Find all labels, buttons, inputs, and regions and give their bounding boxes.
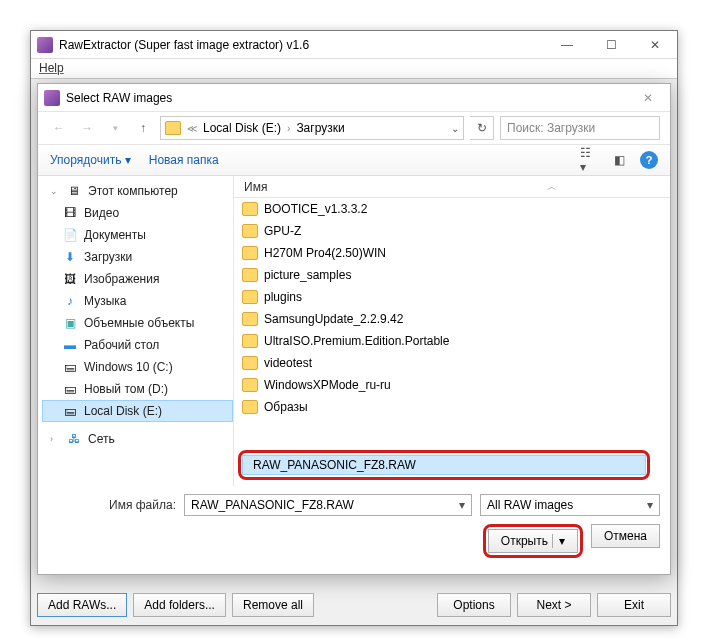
next-button[interactable]: Next > xyxy=(517,593,591,617)
organize-button[interactable]: Упорядочить ▾ xyxy=(50,153,131,167)
file-row[interactable]: SamsungUpdate_2.2.9.42 xyxy=(234,308,670,330)
dialog-close-button[interactable]: ✕ xyxy=(626,84,670,112)
filename-input[interactable]: RAW_PANASONIC_FZ8.RAW xyxy=(184,494,472,516)
expand-icon[interactable]: ⌄ xyxy=(50,186,60,196)
file-row[interactable]: UltraISO.Premium.Edition.Portable xyxy=(234,330,670,352)
open-button[interactable]: Открыть▾ xyxy=(488,529,578,553)
app-icon xyxy=(37,37,53,53)
sidebar-item-pictures[interactable]: 🖼Изображения xyxy=(42,268,233,290)
dialog-titlebar: Select RAW images ✕ xyxy=(38,84,670,112)
video-icon: 🎞 xyxy=(62,206,78,220)
window-title: RawExtractor (Super fast image extractor… xyxy=(59,38,309,52)
nav-history-button[interactable]: ▾ xyxy=(104,117,126,139)
main-titlebar: RawExtractor (Super fast image extractor… xyxy=(31,31,677,59)
sidebar-item-downloads[interactable]: ⬇Загрузки xyxy=(42,246,233,268)
file-row[interactable]: BOOTICE_v1.3.3.2 xyxy=(234,198,670,220)
drive-icon: 🖴 xyxy=(62,382,78,396)
filename-label: Имя файла: xyxy=(48,498,176,512)
file-row[interactable]: picture_samples xyxy=(234,264,670,286)
cancel-button[interactable]: Отмена xyxy=(591,524,660,548)
sidebar-network[interactable]: › 🖧 Сеть xyxy=(42,428,233,450)
breadcrumb-folder[interactable]: Загрузки xyxy=(296,121,344,135)
sidebar-tree[interactable]: ⌄ 🖥 Этот компьютер 🎞Видео 📄Документы ⬇За… xyxy=(38,176,234,486)
view-mode-button[interactable]: ☷ ▾ xyxy=(580,151,598,169)
drive-icon: 🖴 xyxy=(62,404,78,418)
sidebar-item-desktop[interactable]: ▬Рабочий стол xyxy=(42,334,233,356)
expand-icon[interactable]: › xyxy=(50,434,60,444)
help-icon[interactable]: ? xyxy=(640,151,658,169)
folder-icon xyxy=(242,224,258,238)
file-list: Имя ︿ BOOTICE_v1.3.3.2GPU-ZH270M Pro4(2.… xyxy=(234,176,670,486)
search-placeholder: Поиск: Загрузки xyxy=(507,121,595,135)
menu-help[interactable]: Help xyxy=(39,61,64,75)
sidebar-item-documents[interactable]: 📄Документы xyxy=(42,224,233,246)
close-button[interactable]: ✕ xyxy=(633,31,677,59)
folder-icon xyxy=(242,246,258,260)
folder-icon xyxy=(242,378,258,392)
add-folders-button[interactable]: Add folders... xyxy=(133,593,226,617)
drive-icon: 🖴 xyxy=(62,360,78,374)
nav-row: ← → ▾ ↑ ≪ Local Disk (E:) › Загрузки ⌄ ↻… xyxy=(38,112,670,144)
exit-button[interactable]: Exit xyxy=(597,593,671,617)
computer-icon: 🖥 xyxy=(66,184,82,198)
filetype-select[interactable]: All RAW images xyxy=(480,494,660,516)
address-bar[interactable]: ≪ Local Disk (E:) › Загрузки ⌄ xyxy=(160,116,464,140)
folder-icon xyxy=(242,290,258,304)
dialog-bottom-bar: Имя файла: RAW_PANASONIC_FZ8.RAW All RAW… xyxy=(38,486,670,566)
new-folder-button[interactable]: Новая папка xyxy=(149,153,219,167)
main-button-bar: Add RAWs... Add folders... Remove all Op… xyxy=(37,591,671,619)
folder-icon xyxy=(242,334,258,348)
refresh-button[interactable]: ↻ xyxy=(470,116,494,140)
highlight-annotation: Открыть▾ xyxy=(483,524,583,558)
search-input[interactable]: Поиск: Загрузки xyxy=(500,116,660,140)
file-scroll-area[interactable]: BOOTICE_v1.3.3.2GPU-ZH270M Pro4(2.50)WIN… xyxy=(234,198,670,458)
file-row[interactable]: H270M Pro4(2.50)WIN xyxy=(234,242,670,264)
folder-icon xyxy=(165,121,181,135)
maximize-button[interactable]: ☐ xyxy=(589,31,633,59)
dialog-title: Select RAW images xyxy=(66,91,172,105)
downloads-icon: ⬇ xyxy=(62,250,78,264)
sidebar-item-music[interactable]: ♪Музыка xyxy=(42,290,233,312)
sort-indicator-icon: ︿ xyxy=(547,180,557,194)
options-button[interactable]: Options xyxy=(437,593,511,617)
minimize-button[interactable]: — xyxy=(545,31,589,59)
folder-icon xyxy=(242,400,258,414)
desktop-icon: ▬ xyxy=(62,338,78,352)
folder-icon xyxy=(242,312,258,326)
sidebar-item-drive-e[interactable]: 🖴Local Disk (E:) xyxy=(42,400,233,422)
sidebar-item-video[interactable]: 🎞Видео xyxy=(42,202,233,224)
cube-icon: ▣ xyxy=(62,316,78,330)
pictures-icon: 🖼 xyxy=(62,272,78,286)
sidebar-item-3d[interactable]: ▣Объемные объекты xyxy=(42,312,233,334)
nav-forward-button: → xyxy=(76,117,98,139)
sidebar-item-drive-c[interactable]: 🖴Windows 10 (C:) xyxy=(42,356,233,378)
chevron-right-icon: › xyxy=(287,123,290,134)
file-row[interactable]: WindowsXPMode_ru-ru xyxy=(234,374,670,396)
folder-icon xyxy=(242,202,258,216)
chevron-icon: ≪ xyxy=(187,123,197,134)
menu-bar: Help xyxy=(31,59,677,79)
folder-icon xyxy=(242,268,258,282)
music-icon: ♪ xyxy=(62,294,78,308)
file-row[interactable]: plugins xyxy=(234,286,670,308)
dialog-icon xyxy=(44,90,60,106)
network-icon: 🖧 xyxy=(66,432,82,446)
nav-back-button[interactable]: ← xyxy=(48,117,70,139)
sidebar-this-pc[interactable]: ⌄ 🖥 Этот компьютер xyxy=(42,180,233,202)
address-dropdown-icon[interactable]: ⌄ xyxy=(451,123,459,134)
selected-file-row[interactable]: RAW_PANASONIC_FZ8.RAW xyxy=(242,455,646,475)
file-row[interactable]: Образы xyxy=(234,396,670,418)
sidebar-item-drive-d[interactable]: 🖴Новый том (D:) xyxy=(42,378,233,400)
file-open-dialog: Select RAW images ✕ ← → ▾ ↑ ≪ Local Disk… xyxy=(37,83,671,575)
file-row[interactable]: videotest xyxy=(234,352,670,374)
breadcrumb-drive[interactable]: Local Disk (E:) xyxy=(203,121,281,135)
preview-pane-button[interactable]: ◧ xyxy=(610,151,628,169)
nav-up-button[interactable]: ↑ xyxy=(132,117,154,139)
folder-icon xyxy=(242,356,258,370)
remove-all-button[interactable]: Remove all xyxy=(232,593,314,617)
column-header[interactable]: Имя ︿ xyxy=(234,176,670,198)
add-raws-button[interactable]: Add RAWs... xyxy=(37,593,127,617)
toolbar: Упорядочить ▾ Новая папка ☷ ▾ ◧ ? xyxy=(38,144,670,176)
file-row[interactable]: GPU-Z xyxy=(234,220,670,242)
main-window: RawExtractor (Super fast image extractor… xyxy=(30,30,678,626)
